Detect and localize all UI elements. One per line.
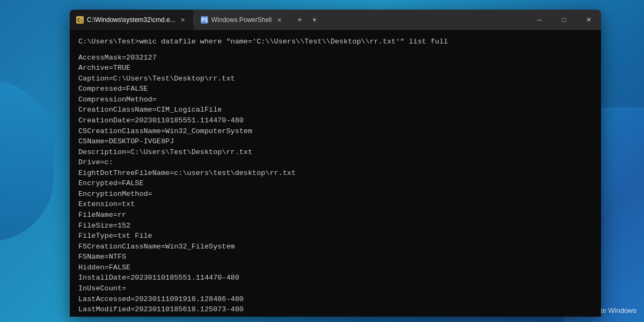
output-line: EncryptionMethod= bbox=[78, 189, 592, 200]
output-line: Compressed=FALSE bbox=[78, 84, 592, 94]
cmd-icon: C: bbox=[76, 16, 84, 24]
svg-text:PS: PS bbox=[201, 17, 208, 23]
output-line: FileSize=152 bbox=[78, 221, 592, 231]
output-line: Extension=txt bbox=[78, 199, 592, 210]
tabs-area: C: C:\Windows\system32\cmd.e... ✕ PS Win… bbox=[70, 10, 527, 30]
tab-powershell-close[interactable]: ✕ bbox=[275, 16, 283, 24]
output-block: AccessMask=2032127Archive=TRUECaption=C:… bbox=[78, 53, 592, 315]
command-line: C:\Users\Test>wmic datafile where "name=… bbox=[78, 36, 592, 47]
decorative-circle-left bbox=[0, 80, 54, 241]
output-line: CSCreationClassName=Win32_ComputerSystem bbox=[78, 126, 592, 137]
output-line: CreationDate=20230110185551.114470-480 bbox=[78, 115, 592, 126]
powershell-icon: PS bbox=[201, 16, 208, 24]
output-line: CSName=DESKTOP-IVGE8PJ bbox=[78, 136, 592, 147]
output-line: EightDotThreeFileName=c:\users\test\desk… bbox=[78, 168, 592, 179]
maximize-button[interactable]: □ bbox=[552, 10, 576, 30]
output-line: FileType=txt File bbox=[78, 231, 592, 241]
new-tab-button[interactable]: + bbox=[292, 12, 307, 27]
tab-dropdown-button[interactable]: ▾ bbox=[307, 12, 322, 27]
output-line: LastModified=20230110185618.125073-480 bbox=[78, 304, 592, 315]
output-line: CreationClassName=CIM_LogicalFile bbox=[78, 105, 592, 115]
output-line: FSCreationClassName=Win32_FileSystem bbox=[78, 241, 592, 252]
tab-powershell-label: Windows PowerShell bbox=[211, 16, 272, 24]
terminal-content[interactable]: C:\Users\Test>wmic datafile where "name=… bbox=[70, 30, 601, 317]
output-line: Archive=TRUE bbox=[78, 63, 592, 74]
output-line: Encrypted=FALSE bbox=[78, 178, 592, 189]
output-line: CompressionMethod= bbox=[78, 94, 592, 105]
output-line: Hidden=FALSE bbox=[78, 262, 592, 273]
window-controls: ─ □ ✕ bbox=[527, 10, 601, 30]
output-line: Caption=C:\Users\Test\Desktop\rr.txt bbox=[78, 74, 592, 84]
svg-text:C:: C: bbox=[77, 18, 83, 23]
output-line: InUseCount= bbox=[78, 283, 592, 294]
minimize-button[interactable]: ─ bbox=[527, 10, 552, 30]
title-bar: C: C:\Windows\system32\cmd.e... ✕ PS Win… bbox=[70, 10, 601, 30]
output-line: InstallDate=20230110185551.114470-480 bbox=[78, 273, 592, 283]
output-line: FileName=rr bbox=[78, 210, 592, 221]
tab-cmd[interactable]: C: C:\Windows\system32\cmd.e... ✕ bbox=[70, 10, 194, 30]
prompt: C:\Users\Test> bbox=[78, 38, 139, 46]
tab-cmd-close[interactable]: ✕ bbox=[179, 16, 187, 24]
command: wmic datafile where "name='C:\\Users\\Te… bbox=[139, 38, 448, 46]
output-line: FSName=NTFS bbox=[78, 252, 592, 262]
tab-powershell[interactable]: PS Windows PowerShell ✕ bbox=[194, 10, 290, 30]
tab-cmd-label: C:\Windows\system32\cmd.e... bbox=[87, 16, 175, 24]
output-line: Description=C:\Users\Test\Desktop\rr.txt bbox=[78, 147, 592, 158]
output-line: Drive=c: bbox=[78, 157, 592, 168]
output-line: AccessMask=2032127 bbox=[78, 53, 592, 63]
close-button[interactable]: ✕ bbox=[576, 10, 601, 30]
terminal-window: C: C:\Windows\system32\cmd.e... ✕ PS Win… bbox=[70, 10, 601, 317]
output-line: LastAccessed=20230111091918.128486-480 bbox=[78, 294, 592, 305]
